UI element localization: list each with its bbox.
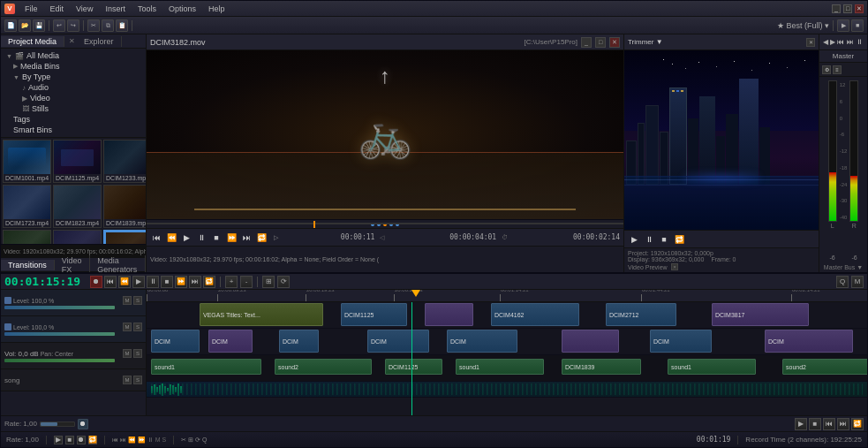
window-maximize-btn[interactable]: □ <box>843 4 852 13</box>
media-thumb-2[interactable]: DCIM1233.mp4 <box>103 140 146 183</box>
ctrl-end-btn[interactable]: ⏭ <box>240 232 253 244</box>
tl-ripple-btn[interactable]: ⟳ <box>277 276 290 288</box>
media-thumb-0[interactable]: DCIM1001.mp4 <box>3 140 51 183</box>
menu-help[interactable]: Help <box>206 4 228 13</box>
track-solo-v1[interactable]: S <box>133 296 142 305</box>
media-thumb-1[interactable]: DCIM1125.mp4 <box>53 140 102 183</box>
tab-project-media-close[interactable]: ✕ <box>66 36 77 47</box>
toolbar-cut-btn[interactable]: ✂ <box>87 19 100 32</box>
tab-project-media[interactable]: Project Media <box>1 36 64 47</box>
tab-transitions[interactable]: Transitions <box>1 260 55 270</box>
track-mute-a1[interactable]: M <box>123 349 132 358</box>
vu-options-btn[interactable]: ≡ <box>833 65 842 74</box>
tree-tags[interactable]: Tags <box>3 114 144 125</box>
clip-video2-1[interactable]: DCIM <box>151 330 200 353</box>
clip-video-1[interactable]: DCIM1125 <box>341 303 407 326</box>
clip-video2-8[interactable]: DCIM <box>765 330 853 353</box>
transport-pause-btn[interactable]: ⏸ <box>147 276 159 288</box>
toolbar-play-btn[interactable]: ▶ <box>837 19 849 32</box>
transport-stop-btn[interactable]: ■ <box>161 276 173 288</box>
bottom-loop-btn[interactable]: 🔁 <box>851 418 864 430</box>
toolbar-open-btn[interactable]: 📂 <box>19 19 31 32</box>
media-thumb-3[interactable]: DCIM1723.mp4 <box>3 185 51 228</box>
clip-audio-4[interactable]: sound1 <box>456 359 544 375</box>
clip-video2-6[interactable] <box>562 330 619 353</box>
track-solo-music[interactable]: S <box>133 376 142 384</box>
tl-zoom-in-btn[interactable]: + <box>225 276 238 288</box>
transport-record-btn[interactable]: ⏺ <box>90 276 102 288</box>
window-minimize-btn[interactable]: _ <box>832 4 841 13</box>
track-color-v2[interactable] <box>4 323 11 330</box>
menu-tools[interactable]: Tools <box>135 4 159 13</box>
tl-snap-btn[interactable]: ⊞ <box>262 276 275 288</box>
menu-view[interactable]: View <box>73 4 95 13</box>
tree-video[interactable]: ▶ Video <box>3 93 144 103</box>
tree-media-bins[interactable]: ▶ Media Bins <box>3 61 144 72</box>
status-stop-btn[interactable]: ■ <box>65 436 74 444</box>
ctrl-start-btn[interactable]: ⏮ <box>150 232 162 244</box>
transport-loop-btn[interactable]: 🔁 <box>203 276 215 288</box>
clip-audio-5[interactable]: DCIM1839 <box>562 359 641 375</box>
sec-play-btn[interactable]: ▶ <box>628 233 640 246</box>
clip-video2-4[interactable]: DCIM <box>367 330 429 353</box>
ctrl-play-btn[interactable]: ▶ <box>180 232 192 244</box>
menu-file[interactable]: File <box>22 4 41 13</box>
media-grid[interactable]: DCIM1001.mp4 DCIM1125.mp4 DCIM123 <box>1 138 146 244</box>
menu-options[interactable]: Options <box>166 4 199 13</box>
status-play-btn[interactable]: ▶ <box>54 436 63 444</box>
toolbar-new-btn[interactable]: 📄 <box>4 19 17 32</box>
toolbar-redo-btn[interactable]: ↪ <box>67 19 79 32</box>
bottom-stop-btn[interactable]: ■ <box>809 418 821 430</box>
tab-explorer[interactable]: Explorer <box>77 36 122 47</box>
clip-audio-3[interactable]: DCIM1125 <box>385 359 442 375</box>
track-mute-v1[interactable]: M <box>123 296 132 305</box>
toolbar-copy-btn[interactable]: ⧉ <box>102 19 114 32</box>
clip-video2-3[interactable]: DCIM <box>279 330 319 353</box>
status-loop-btn[interactable]: 🔁 <box>88 436 97 444</box>
bottom-play-btn[interactable]: ▶ <box>795 418 807 430</box>
rate-slider[interactable] <box>40 421 75 427</box>
transport-back-btn[interactable]: ⏪ <box>118 276 131 288</box>
transport-fwd-btn[interactable]: ⏩ <box>175 276 187 288</box>
clip-video-4[interactable]: DCIM2712 <box>606 303 676 326</box>
preview-minimize-btn[interactable]: _ <box>581 37 592 48</box>
vu-settings-btn[interactable]: ⚙ <box>822 65 831 74</box>
clip-title-1[interactable]: VEGAS Titles: Text... <box>200 303 323 326</box>
transport-start-btn[interactable]: ⏮ <box>104 276 117 288</box>
track-color-v1[interactable] <box>4 297 11 304</box>
media-thumb-6[interactable]: DCIM1931.mp4 <box>3 230 51 244</box>
tree-smart-bins[interactable]: Smart Bins <box>3 125 144 135</box>
menu-edit[interactable]: Edit <box>48 4 67 13</box>
media-thumb-7[interactable]: DCIM1953.mp4 <box>53 230 102 244</box>
clip-video2-5[interactable]: DCIM <box>447 330 517 353</box>
tl-quantize-btn[interactable]: Q <box>836 276 849 288</box>
tree-audio[interactable]: ♪ Audio <box>3 82 144 93</box>
sec-loop-btn[interactable]: 🔁 <box>673 233 685 246</box>
media-thumb-5[interactable]: DCIM1839.mp4 <box>103 185 146 228</box>
window-close-btn[interactable]: ✕ <box>855 4 864 13</box>
ctrl-pause-btn[interactable]: ⏸ <box>195 232 208 244</box>
trimmer-close-btn[interactable]: ✕ <box>806 38 815 47</box>
ctrl-fwd-btn[interactable]: ⏩ <box>225 232 238 244</box>
menu-insert[interactable]: Insert <box>102 4 128 13</box>
media-thumb-8[interactable]: DCIM2134.mov <box>103 230 146 244</box>
transport-play-btn[interactable]: ▶ <box>132 276 145 288</box>
tab-media-generators[interactable]: Media Generators <box>90 255 146 273</box>
clip-audio-2[interactable]: sound2 <box>275 359 372 375</box>
clip-video2-2[interactable]: DCIM <box>208 330 253 353</box>
media-thumb-4[interactable]: DCIM1823.mp4 <box>53 185 102 228</box>
tab-video-fx[interactable]: Video FX <box>55 255 90 273</box>
preview-close-btn[interactable]: ✕ <box>609 37 620 48</box>
tree-by-type[interactable]: ▼ By Type <box>3 72 144 82</box>
clip-audio-6[interactable]: sound1 <box>668 359 756 375</box>
toolbar-paste-btn[interactable]: 📋 <box>116 19 128 32</box>
sec-pause-btn[interactable]: ⏸ <box>643 233 655 246</box>
tree-stills[interactable]: 🖼 Stills <box>3 103 144 114</box>
tl-zoom-out-btn[interactable]: - <box>240 276 253 288</box>
status-record-btn[interactable]: ⏺ <box>77 436 86 444</box>
toolbar-stop-btn[interactable]: ■ <box>851 19 864 32</box>
bottom-fwd-btn[interactable]: ⏭ <box>837 418 849 430</box>
clip-audio-7[interactable]: sound2 <box>782 359 867 375</box>
track-solo-a1[interactable]: S <box>133 349 142 358</box>
timeline-content[interactable]: 00:00:00 20:00:09:23 20:00:19:23 20:00:2… <box>147 290 867 415</box>
